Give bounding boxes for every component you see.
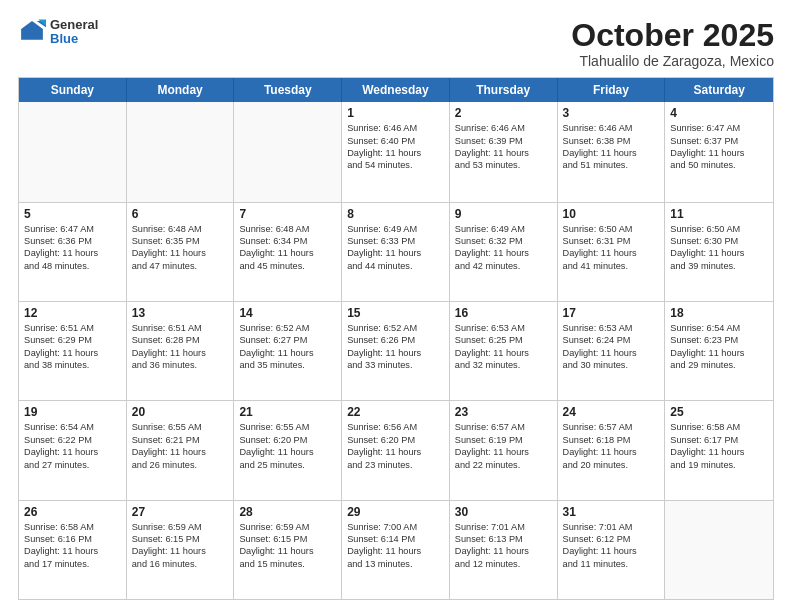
cell-info-line: Sunset: 6:14 PM [347,533,444,545]
weekday-header: Tuesday [234,78,342,102]
calendar-cell: 24Sunrise: 6:57 AMSunset: 6:18 PMDayligh… [558,401,666,499]
day-number: 30 [455,505,552,519]
calendar-cell: 8Sunrise: 6:49 AMSunset: 6:33 PMDaylight… [342,203,450,301]
day-number: 28 [239,505,336,519]
cell-info-line: Sunrise: 6:55 AM [132,421,229,433]
calendar-cell: 26Sunrise: 6:58 AMSunset: 6:16 PMDayligh… [19,501,127,599]
cell-info-line: and 25 minutes. [239,459,336,471]
day-number: 1 [347,106,444,120]
cell-info-line: and 35 minutes. [239,359,336,371]
cell-info-line: Daylight: 11 hours [455,247,552,259]
day-number: 23 [455,405,552,419]
title-block: October 2025 Tlahualilo de Zaragoza, Mex… [571,18,774,69]
cell-info-line: Sunset: 6:13 PM [455,533,552,545]
cell-info-line: Daylight: 11 hours [132,247,229,259]
cell-info-line: Daylight: 11 hours [132,545,229,557]
cell-info-line: and 26 minutes. [132,459,229,471]
cell-info-line: Sunset: 6:37 PM [670,135,768,147]
cell-info-line: Sunset: 6:29 PM [24,334,121,346]
cell-info-line: Daylight: 11 hours [24,545,121,557]
day-number: 15 [347,306,444,320]
calendar-cell: 29Sunrise: 7:00 AMSunset: 6:14 PMDayligh… [342,501,450,599]
cell-info-line: Sunset: 6:25 PM [455,334,552,346]
cell-info-line: Daylight: 11 hours [455,147,552,159]
day-number: 18 [670,306,768,320]
cell-info-line: Daylight: 11 hours [347,347,444,359]
month-title: October 2025 [571,18,774,53]
calendar-row: 1Sunrise: 6:46 AMSunset: 6:40 PMDaylight… [19,102,773,201]
cell-info-line: Sunset: 6:40 PM [347,135,444,147]
day-number: 12 [24,306,121,320]
cell-info-line: Sunrise: 6:57 AM [563,421,660,433]
cell-info-line: Sunrise: 6:47 AM [24,223,121,235]
cell-info-line: Daylight: 11 hours [24,347,121,359]
cell-info-line: Daylight: 11 hours [239,247,336,259]
cell-info-line: and 29 minutes. [670,359,768,371]
cell-info-line: Sunrise: 6:53 AM [563,322,660,334]
cell-info-line: Sunset: 6:32 PM [455,235,552,247]
cell-info-line: Sunset: 6:36 PM [24,235,121,247]
cell-info-line: Daylight: 11 hours [563,147,660,159]
weekday-header: Sunday [19,78,127,102]
cell-info-line: and 38 minutes. [24,359,121,371]
cell-info-line: and 19 minutes. [670,459,768,471]
cell-info-line: Sunset: 6:12 PM [563,533,660,545]
calendar-cell: 12Sunrise: 6:51 AMSunset: 6:29 PMDayligh… [19,302,127,400]
cell-info-line: Sunrise: 6:56 AM [347,421,444,433]
calendar-cell: 4Sunrise: 6:47 AMSunset: 6:37 PMDaylight… [665,102,773,201]
cell-info-line: and 53 minutes. [455,159,552,171]
cell-info-line: and 15 minutes. [239,558,336,570]
calendar-cell: 21Sunrise: 6:55 AMSunset: 6:20 PMDayligh… [234,401,342,499]
calendar-cell: 19Sunrise: 6:54 AMSunset: 6:22 PMDayligh… [19,401,127,499]
cell-info-line: and 12 minutes. [455,558,552,570]
cell-info-line: Daylight: 11 hours [563,347,660,359]
cell-info-line: Sunrise: 6:46 AM [455,122,552,134]
cell-info-line: Sunset: 6:20 PM [239,434,336,446]
cell-info-line: and 36 minutes. [132,359,229,371]
calendar-cell [19,102,127,201]
calendar-cell [234,102,342,201]
calendar-cell [127,102,235,201]
cell-info-line: Sunrise: 6:47 AM [670,122,768,134]
cell-info-line: Sunset: 6:33 PM [347,235,444,247]
day-number: 16 [455,306,552,320]
cell-info-line: Sunset: 6:23 PM [670,334,768,346]
calendar-cell: 5Sunrise: 6:47 AMSunset: 6:36 PMDaylight… [19,203,127,301]
cell-info-line: and 22 minutes. [455,459,552,471]
cell-info-line: Sunrise: 6:50 AM [563,223,660,235]
day-number: 24 [563,405,660,419]
cell-info-line: Daylight: 11 hours [347,247,444,259]
cell-info-line: Sunset: 6:20 PM [347,434,444,446]
calendar-cell: 2Sunrise: 6:46 AMSunset: 6:39 PMDaylight… [450,102,558,201]
cell-info-line: Sunrise: 6:48 AM [132,223,229,235]
cell-info-line: Sunset: 6:22 PM [24,434,121,446]
calendar-cell: 15Sunrise: 6:52 AMSunset: 6:26 PMDayligh… [342,302,450,400]
cell-info-line: and 39 minutes. [670,260,768,272]
cell-info-line: Daylight: 11 hours [347,446,444,458]
cell-info-line: and 45 minutes. [239,260,336,272]
calendar-cell: 7Sunrise: 6:48 AMSunset: 6:34 PMDaylight… [234,203,342,301]
cell-info-line: Sunrise: 6:58 AM [24,521,121,533]
cell-info-line: Sunrise: 6:54 AM [24,421,121,433]
calendar-row: 19Sunrise: 6:54 AMSunset: 6:22 PMDayligh… [19,400,773,499]
calendar-cell: 11Sunrise: 6:50 AMSunset: 6:30 PMDayligh… [665,203,773,301]
cell-info-line: Daylight: 11 hours [563,446,660,458]
calendar-cell: 6Sunrise: 6:48 AMSunset: 6:35 PMDaylight… [127,203,235,301]
calendar-cell: 27Sunrise: 6:59 AMSunset: 6:15 PMDayligh… [127,501,235,599]
weekday-header: Monday [127,78,235,102]
cell-info-line: and 42 minutes. [455,260,552,272]
day-number: 31 [563,505,660,519]
weekday-header: Thursday [450,78,558,102]
calendar-cell: 17Sunrise: 6:53 AMSunset: 6:24 PMDayligh… [558,302,666,400]
cell-info-line: Sunset: 6:17 PM [670,434,768,446]
cell-info-line: and 13 minutes. [347,558,444,570]
cell-info-line: Sunrise: 6:55 AM [239,421,336,433]
cell-info-line: Sunset: 6:34 PM [239,235,336,247]
cell-info-line: Sunrise: 6:46 AM [563,122,660,134]
page: General Blue October 2025 Tlahualilo de … [0,0,792,612]
cell-info-line: Sunrise: 6:58 AM [670,421,768,433]
cell-info-line: Sunset: 6:21 PM [132,434,229,446]
cell-info-line: and 41 minutes. [563,260,660,272]
cell-info-line: Sunrise: 6:49 AM [347,223,444,235]
cell-info-line: Sunrise: 6:49 AM [455,223,552,235]
